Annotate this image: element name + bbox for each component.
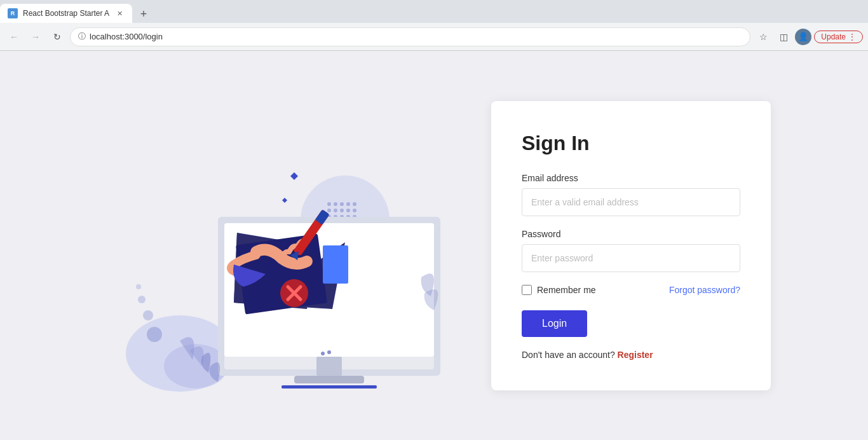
update-button[interactable]: Update ⋮ <box>814 31 863 43</box>
svg-point-6 <box>327 202 331 206</box>
lock-icon: ⓘ <box>78 31 86 42</box>
register-row: Don't have an account? Register <box>522 350 740 360</box>
svg-point-11 <box>327 209 331 212</box>
svg-rect-50 <box>294 376 364 383</box>
browser-window: R React Bootstrap Starter A ✕ + ← → ↻ ⓘ … <box>0 0 868 440</box>
svg-point-10 <box>353 202 356 206</box>
svg-point-7 <box>334 202 337 206</box>
svg-point-9 <box>346 202 350 206</box>
profile-avatar[interactable]: 👤 <box>795 29 811 45</box>
svg-point-4 <box>136 284 141 289</box>
remember-me-checkbox[interactable] <box>522 285 532 295</box>
sign-in-title: Sign In <box>522 132 740 155</box>
new-tab-button[interactable]: + <box>135 5 153 23</box>
email-form-group: Email address <box>522 173 740 216</box>
reload-button[interactable]: ↻ <box>48 28 66 46</box>
login-button-container: Login <box>522 310 740 350</box>
svg-point-13 <box>340 209 344 212</box>
svg-rect-49 <box>316 357 342 376</box>
svg-point-1 <box>147 327 162 342</box>
password-input[interactable] <box>522 244 740 272</box>
no-account-text: Don't have an account? <box>522 350 615 360</box>
svg-point-53 <box>327 350 331 354</box>
toolbar-right: ☆ ◫ 👤 Update ⋮ <box>754 28 863 46</box>
remember-me-group: Remember me <box>522 285 596 295</box>
illustration-container <box>97 93 453 398</box>
svg-point-12 <box>334 209 337 212</box>
login-illustration <box>97 93 453 398</box>
forward-button[interactable]: → <box>27 28 44 46</box>
media-button[interactable]: ◫ <box>775 28 792 46</box>
forgot-password-link[interactable]: Forgot password? <box>669 285 740 295</box>
address-bar-row: ← → ↻ ⓘ localhost:3000/login ☆ ◫ 👤 Updat… <box>0 23 868 51</box>
email-label: Email address <box>522 173 740 183</box>
email-input[interactable] <box>522 188 740 216</box>
update-menu-icon: ⋮ <box>848 32 856 41</box>
register-link[interactable]: Register <box>618 350 653 360</box>
password-label: Password <box>522 229 740 239</box>
svg-rect-42 <box>323 245 348 284</box>
login-button[interactable]: Login <box>522 310 587 337</box>
tab-bar: R React Bootstrap Starter A ✕ + <box>0 0 868 23</box>
svg-point-2 <box>143 310 153 320</box>
main-layout: Sign In Email address Password Remember … <box>0 51 868 440</box>
svg-point-3 <box>138 296 146 303</box>
svg-point-52 <box>321 352 325 355</box>
password-form-group: Password <box>522 229 740 272</box>
svg-marker-35 <box>282 198 287 203</box>
tab-title: React Bootstrap Starter A <box>23 9 109 18</box>
remember-forgot-row: Remember me Forgot password? <box>522 285 740 295</box>
tab-favicon: R <box>8 8 18 18</box>
svg-rect-51 <box>281 385 377 388</box>
svg-point-14 <box>346 209 350 212</box>
active-tab[interactable]: R React Bootstrap Starter A ✕ <box>0 4 132 23</box>
svg-marker-34 <box>290 172 298 180</box>
remember-me-label: Remember me <box>537 285 596 295</box>
tab-close-button[interactable]: ✕ <box>114 8 125 18</box>
address-bar[interactable]: ⓘ localhost:3000/login <box>70 27 750 46</box>
update-label: Update <box>821 32 846 41</box>
back-button[interactable]: ← <box>5 28 23 46</box>
bookmark-button[interactable]: ☆ <box>754 28 772 46</box>
login-card: Sign In Email address Password Remember … <box>491 101 771 390</box>
page-content: Sign In Email address Password Remember … <box>0 51 868 440</box>
svg-point-8 <box>340 202 344 206</box>
svg-point-15 <box>353 209 356 212</box>
address-text: localhost:3000/login <box>90 32 163 41</box>
